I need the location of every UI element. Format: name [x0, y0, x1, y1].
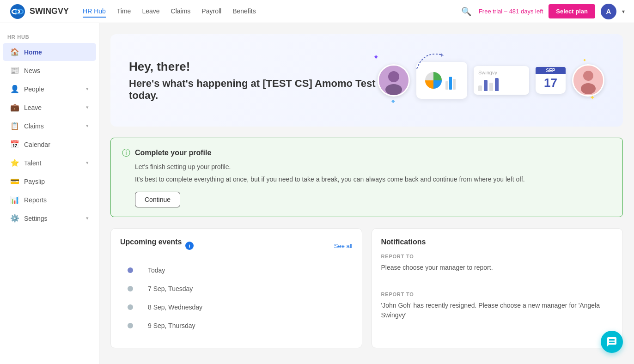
dot-decoration-icon: ● — [583, 57, 586, 62]
notification-item-0: REPORT TO Please choose your manager to … — [381, 254, 614, 282]
event-date-today: Today — [148, 267, 165, 274]
hero-greeting: Hey, there! — [129, 60, 378, 74]
svg-point-11 — [583, 71, 593, 81]
events-title-row: Upcoming events i — [120, 238, 194, 254]
nav-payroll[interactable]: Payroll — [201, 6, 221, 18]
sidebar-item-label: People — [24, 85, 44, 93]
see-all-link[interactable]: See all — [334, 243, 353, 249]
avatar[interactable]: A — [601, 4, 616, 19]
app-name: SWINGVY — [30, 6, 69, 16]
notifications-title: Notifications — [381, 238, 614, 246]
sidebar-item-talent[interactable]: ⭐ Talent ▾ — [3, 154, 96, 172]
calendar-icon: 📅 — [10, 140, 19, 149]
timeline-item-1: 7 Sep, Tuesday — [128, 279, 353, 298]
events-timeline: Today 7 Sep, Tuesday — [120, 261, 353, 335]
hero-swingvy-card: Swingvy — [474, 66, 529, 95]
select-plan-button[interactable]: Select plan — [549, 4, 595, 18]
top-navigation: SWINGVY HR Hub Time Leave Claims Payroll… — [0, 0, 634, 23]
profile-banner-title: Complete your profile — [135, 149, 211, 157]
arrow-path-decoration — [415, 48, 451, 71]
notification-text-0: Please choose your manager to report. — [381, 263, 614, 273]
sidebar-item-settings[interactable]: ⚙️ Settings ▾ — [3, 209, 96, 227]
nav-links: HR Hub Time Leave Claims Payroll Benefit… — [83, 6, 459, 18]
sidebar-item-calendar[interactable]: 📅 Calendar — [3, 135, 96, 153]
sidebar-item-label: Calendar — [24, 141, 50, 148]
sidebar-item-claims[interactable]: 📋 Claims ▾ — [3, 117, 96, 135]
hero-subtitle: Here's what's happening at [TEST CS] Amo… — [129, 78, 378, 102]
nav-right-section: 🔍 Free trial – 481 days left Select plan… — [459, 4, 625, 19]
sidebar-item-news[interactable]: 📰 News — [3, 61, 96, 79]
hero-illustration: ✦ ◆ ● — [378, 62, 604, 99]
avatar-chevron-icon[interactable]: ▾ — [622, 8, 625, 15]
sidebar-item-payslip[interactable]: 💳 Payslip — [3, 172, 96, 190]
upcoming-events-header: Upcoming events i See all — [120, 238, 353, 254]
search-button[interactable]: 🔍 — [459, 5, 473, 18]
sidebar-item-reports[interactable]: 📊 Reports — [3, 191, 96, 209]
notification-text-1: 'John Goh' has recently resigned. Please… — [381, 301, 614, 320]
events-info-icon[interactable]: i — [185, 242, 194, 250]
sidebar-item-label: Claims — [24, 122, 44, 130]
profile-banner-line2: It's best to complete everything at once… — [135, 175, 611, 184]
event-date-2: 8 Sep, Wednesday — [148, 303, 202, 311]
timeline-dot-3 — [128, 323, 133, 328]
settings-chevron-icon: ▾ — [86, 215, 89, 221]
svg-rect-9 — [453, 79, 456, 90]
sidebar-item-label: Reports — [24, 196, 47, 204]
info-circle-icon: ⓘ — [122, 147, 130, 158]
complete-profile-banner: ⓘ Complete your profile Let's finish set… — [110, 138, 623, 217]
continue-button[interactable]: Continue — [135, 192, 180, 207]
sidebar: HR HUB 🏠 Home 📰 News 👤 People ▾ 💼 Leave … — [0, 23, 99, 364]
event-date-3: 9 Sep, Thursday — [148, 322, 195, 329]
nav-hr-hub[interactable]: HR Hub — [83, 6, 106, 18]
timeline-item-2: 8 Sep, Wednesday — [128, 298, 353, 316]
sidebar-section-label: HR HUB — [0, 30, 99, 42]
nav-time[interactable]: Time — [117, 6, 131, 18]
sidebar-item-label: News — [24, 67, 40, 74]
app-layout: HR HUB 🏠 Home 📰 News 👤 People ▾ 💼 Leave … — [0, 23, 634, 364]
nav-benefits[interactable]: Benefits — [232, 6, 256, 18]
people-chevron-icon: ▾ — [86, 86, 89, 92]
svg-point-5 — [385, 84, 402, 95]
timeline-dot-today — [128, 267, 133, 273]
logo-icon — [9, 3, 26, 20]
claims-chevron-icon: ▾ — [86, 123, 89, 129]
svg-point-4 — [388, 71, 399, 82]
star-decoration-2-icon: ✦ — [590, 94, 595, 101]
bottom-grid: Upcoming events i See all Today — [110, 228, 623, 348]
sidebar-item-label: Settings — [24, 215, 48, 222]
hero-person-avatar-1 — [378, 64, 410, 97]
settings-icon: ⚙️ — [10, 214, 19, 223]
hero-text: Hey, there! Here's what's happening at [… — [129, 60, 378, 102]
nav-claims[interactable]: Claims — [171, 6, 191, 18]
chat-bubble-button[interactable] — [601, 331, 623, 353]
timeline-dot-1 — [128, 286, 133, 291]
notification-label-0: REPORT TO — [381, 254, 614, 259]
svg-rect-7 — [445, 81, 448, 90]
profile-banner-header: ⓘ Complete your profile — [122, 147, 611, 158]
timeline-item-today: Today — [128, 261, 353, 279]
event-date-1: 7 Sep, Tuesday — [148, 285, 193, 292]
hero-calendar-card: SEP 17 — [536, 67, 566, 94]
diamond-decoration-icon: ◆ — [391, 98, 395, 103]
sidebar-item-people[interactable]: 👤 People ▾ — [3, 80, 96, 98]
profile-banner-line1: Let's finish setting up your profile. — [135, 162, 611, 172]
claims-icon: 📋 — [10, 121, 19, 130]
reports-icon: 📊 — [10, 195, 19, 204]
payslip-icon: 💳 — [10, 177, 19, 186]
upcoming-events-title: Upcoming events — [120, 238, 182, 246]
sidebar-item-home[interactable]: 🏠 Home — [3, 43, 96, 61]
notification-label-1: REPORT TO — [381, 291, 614, 297]
timeline-item-3: 9 Sep, Thursday — [128, 316, 353, 335]
sidebar-item-leave[interactable]: 💼 Leave ▾ — [3, 98, 96, 116]
people-icon: 👤 — [10, 85, 19, 93]
sidebar-item-label: Leave — [24, 104, 42, 111]
sidebar-item-label: Payslip — [24, 178, 45, 185]
talent-chevron-icon: ▾ — [86, 160, 89, 166]
notifications-card: Notifications REPORT TO Please choose yo… — [372, 228, 623, 348]
star-decoration-icon: ✦ — [373, 53, 379, 61]
trial-text: Free trial – 481 days left — [479, 8, 543, 15]
nav-leave[interactable]: Leave — [142, 6, 159, 18]
home-icon: 🏠 — [10, 48, 19, 56]
logo[interactable]: SWINGVY — [9, 3, 69, 20]
hero-person-avatar-2 — [572, 64, 604, 97]
